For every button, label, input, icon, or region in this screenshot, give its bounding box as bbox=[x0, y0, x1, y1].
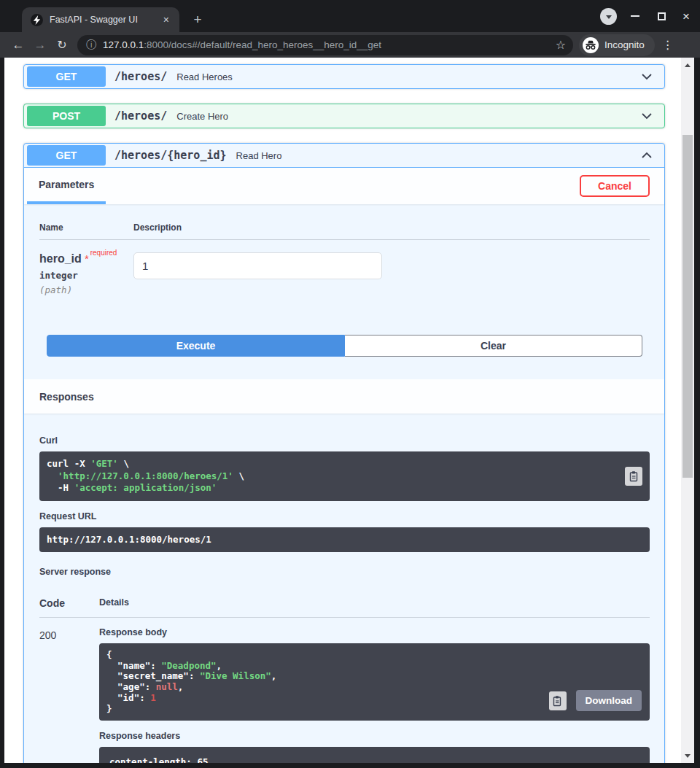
response-body-block: { "name": "Deadpond", "secret_name": "Di… bbox=[99, 643, 650, 721]
copy-response-button[interactable] bbox=[549, 691, 567, 710]
window-minimize-button[interactable] bbox=[631, 15, 639, 17]
window-maximize-button[interactable] bbox=[658, 12, 666, 20]
server-response-label: Server response bbox=[39, 567, 650, 577]
forward-button[interactable]: → bbox=[29, 38, 51, 53]
bookmark-star-icon[interactable]: ☆ bbox=[556, 38, 566, 52]
tab-search-button[interactable] bbox=[600, 8, 617, 25]
hero-id-input[interactable] bbox=[133, 252, 382, 279]
required-label: required bbox=[90, 249, 117, 257]
browser-tab[interactable]: FastAPI - Swagger UI × bbox=[22, 7, 179, 32]
response-body-label: Response body bbox=[99, 627, 650, 637]
parameter-location: (path) bbox=[39, 284, 133, 295]
back-button[interactable]: ← bbox=[7, 38, 29, 53]
opblock-header-create-hero[interactable]: POST /heroes/ Create Hero bbox=[24, 104, 664, 128]
opblock-get-read-hero: GET /heroes/{hero_id} Read Hero Paramete… bbox=[23, 143, 665, 763]
endpoint-summary: Read Heroes bbox=[176, 71, 233, 82]
incognito-badge: Incognito bbox=[579, 34, 655, 56]
clipboard-icon bbox=[552, 695, 563, 707]
opblock-get-read-heroes: GET /heroes/ Read Heroes bbox=[23, 64, 665, 89]
url-path: :8000/docs#/default/read_hero_heroes__he… bbox=[144, 39, 381, 50]
execute-row: Execute Clear bbox=[47, 335, 642, 357]
clipboard-icon bbox=[629, 470, 639, 482]
address-bar[interactable]: ⓘ 127.0.0.1:8000/docs#/default/read_hero… bbox=[77, 35, 573, 55]
triangle-up-icon bbox=[685, 63, 691, 67]
endpoint-summary: Create Hero bbox=[176, 111, 228, 122]
caret-down-icon bbox=[606, 15, 612, 19]
scrollbar[interactable] bbox=[681, 58, 694, 763]
scroll-down-button[interactable] bbox=[681, 750, 694, 761]
responses-title: Responses bbox=[39, 391, 94, 403]
curl-command-text: curl -X 'GET' \ 'http://127.0.0.1:8000/h… bbox=[47, 458, 621, 494]
download-button[interactable]: Download bbox=[576, 690, 642, 711]
browser-toolbar: ← → ↻ ⓘ 127.0.0.1:8000/docs#/default/rea… bbox=[0, 32, 700, 58]
browser-menu-icon[interactable]: ⋮ bbox=[662, 38, 674, 52]
description-column-header: Description bbox=[133, 222, 182, 233]
window-close-button[interactable]: × bbox=[682, 10, 690, 23]
response-headers-text: content-length: 65content-type: applicat… bbox=[109, 757, 642, 763]
endpoint-path: /heroes/ bbox=[114, 109, 167, 123]
chevron-down-icon[interactable] bbox=[639, 109, 654, 123]
method-badge: POST bbox=[27, 106, 106, 126]
response-table-header: Code Details bbox=[39, 583, 650, 618]
incognito-label: Incognito bbox=[604, 39, 645, 50]
cancel-button[interactable]: Cancel bbox=[580, 175, 650, 197]
opblock-header-read-heroes[interactable]: GET /heroes/ Read Heroes bbox=[24, 65, 664, 88]
parameters-table: Name Description hero_id *required integ… bbox=[24, 204, 664, 335]
code-column-header: Code bbox=[39, 597, 99, 609]
tab-title: FastAPI - Swagger UI bbox=[50, 15, 160, 25]
chevron-down-icon[interactable] bbox=[639, 69, 654, 84]
name-column-header: Name bbox=[39, 222, 133, 233]
responses-section-header: Responses bbox=[24, 379, 664, 414]
method-badge: GET bbox=[27, 145, 106, 166]
scroll-up-button[interactable] bbox=[681, 59, 694, 71]
swagger-page: GET /heroes/ Read Heroes POST /heroes/ C… bbox=[4, 58, 694, 763]
incognito-icon bbox=[583, 37, 599, 53]
url-host: 127.0.0.1 bbox=[103, 39, 144, 50]
required-star: * bbox=[85, 253, 88, 265]
response-row: 200 Response body { "name": "Deadpond", … bbox=[39, 618, 650, 763]
status-code: 200 bbox=[39, 627, 99, 763]
triangle-down-icon bbox=[685, 754, 691, 758]
new-tab-button[interactable]: + bbox=[188, 10, 207, 29]
opblock-post-create-hero: POST /heroes/ Create Hero bbox=[23, 104, 665, 128]
site-info-icon[interactable]: ⓘ bbox=[86, 39, 96, 52]
request-url-label: Request URL bbox=[39, 511, 650, 521]
clear-button[interactable]: Clear bbox=[345, 335, 642, 357]
details-column-header: Details bbox=[99, 597, 129, 609]
response-headers-label: Response headers bbox=[99, 731, 650, 741]
tab-close-icon[interactable]: × bbox=[160, 13, 172, 26]
fastapi-favicon-icon bbox=[31, 14, 43, 26]
tab-parameters[interactable]: Parameters bbox=[27, 168, 106, 204]
endpoint-summary: Read Hero bbox=[236, 150, 282, 161]
parameter-type: integer bbox=[39, 270, 133, 281]
request-url-block: http://127.0.0.1:8000/heroes/1 bbox=[39, 527, 650, 553]
response-headers-block: content-length: 65content-type: applicat… bbox=[99, 747, 650, 763]
endpoint-path: /heroes/{hero_id} bbox=[114, 149, 227, 162]
curl-label: Curl bbox=[39, 435, 650, 446]
parameters-tab-label: Parameters bbox=[39, 179, 94, 190]
chevron-up-icon[interactable] bbox=[639, 148, 654, 163]
endpoint-path: /heroes/ bbox=[114, 70, 167, 83]
curl-command-block: curl -X 'GET' \ 'http://127.0.0.1:8000/h… bbox=[39, 451, 650, 501]
reload-button[interactable]: ↻ bbox=[51, 38, 73, 52]
opblock-body: Parameters Cancel Name Description hero_… bbox=[24, 167, 664, 763]
copy-curl-button[interactable] bbox=[625, 467, 642, 486]
opblock-header-read-hero[interactable]: GET /heroes/{hero_id} Read Hero bbox=[24, 144, 664, 167]
method-badge: GET bbox=[27, 66, 106, 87]
browser-titlebar: FastAPI - Swagger UI × + × bbox=[0, 0, 700, 32]
scrollbar-thumb[interactable] bbox=[682, 135, 693, 478]
responses-content: Curl curl -X 'GET' \ 'http://127.0.0.1:8… bbox=[24, 414, 664, 763]
parameter-name: hero_id bbox=[39, 252, 82, 265]
request-url-text: http://127.0.0.1:8000/heroes/1 bbox=[47, 534, 621, 546]
parameter-row: hero_id *required integer (path) bbox=[39, 240, 650, 335]
parameters-section-header: Parameters Cancel bbox=[24, 168, 664, 204]
url-text: 127.0.0.1:8000/docs#/default/read_hero_h… bbox=[103, 39, 550, 50]
execute-button[interactable]: Execute bbox=[47, 335, 345, 357]
